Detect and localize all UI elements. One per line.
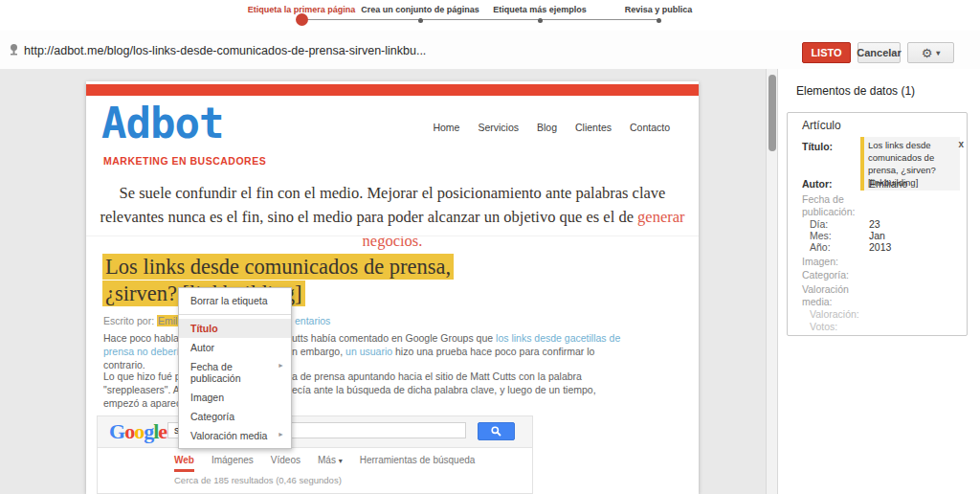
- google-result-tabs: Web Imágenes Vídeos Más ▾ Herramientas d…: [174, 455, 475, 472]
- search-icon: [491, 426, 501, 437]
- google-tab-web: Web: [174, 455, 194, 472]
- nav-item-clientes[interactable]: Clientes: [575, 122, 612, 133]
- google-logo-letter: e: [158, 419, 167, 443]
- paragraph2-line1-right[interactable]: a de prensa apuntando hacia el sitio de …: [292, 370, 582, 382]
- data-highlighter-app: Etiqueta la primera página Crea un conju…: [0, 0, 980, 494]
- paragraph1-line2-right[interactable]: n embargo, un usuario hizo una prueba ha…: [292, 346, 594, 357]
- google-logo: Google: [109, 419, 167, 444]
- chevron-down-icon: ▾: [339, 457, 343, 465]
- field-value-mes: Jan: [869, 230, 885, 241]
- google-logo-letter: o: [124, 419, 134, 443]
- field-label-imagen: Imagen:: [802, 256, 838, 267]
- menu-item-valoracion-media[interactable]: Valoración media►: [179, 426, 291, 445]
- menu-item-label: Fecha de publicación: [190, 361, 241, 384]
- menu-item-imagen[interactable]: Imagen: [179, 388, 291, 407]
- google-tab-herramientas: Herramientas de búsqueda: [360, 455, 476, 472]
- site-tagline: MARKETING EN BUSCADORES: [103, 155, 266, 167]
- paragraph1-line1-right[interactable]: utts había comentado en Google Groups qu…: [292, 332, 620, 344]
- field-value-autor: Emiliano: [869, 178, 907, 190]
- stepper-step-3-dot: [538, 18, 543, 23]
- menu-item-borrar-etiqueta[interactable]: Borrar la etiqueta: [179, 291, 291, 310]
- menu-divider: [179, 314, 291, 315]
- stepper-step-2-dot: [418, 18, 423, 23]
- google-logo-letter: G: [109, 419, 124, 443]
- field-value-dia: 23: [869, 218, 880, 230]
- google-tab-mas-label: Más: [318, 455, 336, 465]
- settings-button[interactable]: ⚙ ▾: [907, 42, 954, 63]
- menu-item-autor[interactable]: Autor: [179, 338, 291, 357]
- paragraph1-text3: hizo una prueba hace poco para confirmar…: [392, 346, 594, 357]
- nav-item-home[interactable]: Home: [433, 122, 459, 133]
- scrollbar-thumb[interactable]: [768, 75, 776, 151]
- stepper-step-4-label: Revisa y publica: [572, 5, 745, 14]
- data-items-panel: Elementos de datos (1) Artículo Título: …: [778, 69, 980, 494]
- field-label-dia: Día:: [810, 218, 828, 230]
- field-label-valoracion-sub: Valoración:: [810, 308, 859, 320]
- article-data-card: Artículo Título: Los links desde comunic…: [787, 112, 968, 336]
- section-divider: [86, 236, 699, 236]
- site-nav: Home Servicios Blog Clientes Contacto: [433, 122, 670, 133]
- menu-item-label: Valoración media: [190, 430, 267, 441]
- nav-item-servicios[interactable]: Servicios: [478, 122, 519, 133]
- menu-item-categoria[interactable]: Categoría: [179, 407, 291, 426]
- intro-paragraph[interactable]: Se suele confundir el fin con el medio. …: [98, 181, 687, 253]
- tagging-context-menu: Borrar la etiqueta Título Autor Fecha de…: [178, 287, 292, 449]
- google-results-count: Cerca de 185 resultados (0,46 segundos): [174, 475, 342, 485]
- field-value-ano: 2013: [869, 241, 891, 253]
- page-top-bar: [86, 84, 699, 96]
- intro-text: Se suele confundir el fin con el medio. …: [100, 184, 665, 226]
- nav-item-blog[interactable]: Blog: [537, 122, 557, 133]
- menu-item-fecha-publicacion[interactable]: Fecha de publicación►: [179, 357, 291, 388]
- submenu-arrow-icon: ►: [278, 431, 284, 438]
- cancel-button[interactable]: Cancelar: [858, 42, 901, 63]
- url-toolbar: http://adbot.me/blog/los-links-desde-com…: [0, 31, 980, 70]
- paragraph1-link2: un usuario: [345, 346, 392, 357]
- field-label-fecha-1: Fecha de: [802, 193, 844, 205]
- field-label-mes: Mes:: [810, 230, 832, 241]
- google-tab-mas: Más ▾: [318, 455, 343, 472]
- stepper-step-4-dot: [657, 18, 661, 23]
- site-logo[interactable]: Adbot: [101, 102, 223, 145]
- field-label-titulo: Título:: [802, 141, 833, 152]
- menu-item-titulo[interactable]: Título: [179, 319, 291, 338]
- chevron-down-icon: ▾: [936, 49, 940, 57]
- google-logo-letter: o: [134, 419, 144, 443]
- panel-title: Elementos de datos (1): [796, 84, 915, 98]
- wizard-stepper: Etiqueta la primera página Crea un conju…: [0, 0, 980, 32]
- byline-prefix: Escrito por:: [103, 315, 157, 326]
- paragraph1-link: los links desde gacetillas de: [496, 332, 620, 344]
- byline-comments-link[interactable]: entarios: [295, 315, 330, 326]
- field-label-fecha-2: publicación:: [802, 206, 855, 217]
- stepper-step-1-dot: [296, 13, 308, 26]
- field-label-ano: Año:: [810, 241, 831, 253]
- article-title-highlighted[interactable]: Los links desde comunicados de prensa, ¿…: [102, 254, 504, 307]
- google-search-screenshot[interactable]: Google sreppleasers Web Imágenes Vídeos …: [97, 415, 533, 494]
- google-tab-imagenes: Imágenes: [212, 455, 254, 472]
- remove-title-tag-button[interactable]: x: [958, 139, 964, 149]
- field-label-votos: Votos:: [810, 321, 837, 332]
- vertical-scrollbar: [766, 69, 778, 494]
- field-label-categoria: Categoría:: [802, 269, 849, 281]
- field-label-autor: Autor:: [802, 178, 833, 190]
- paragraph1-text2: n embargo,: [292, 346, 345, 357]
- gear-icon: ⚙: [922, 46, 933, 60]
- google-logo-letter: g: [144, 419, 153, 443]
- google-search-button: [478, 422, 515, 440]
- done-button[interactable]: LISTO: [802, 42, 851, 63]
- paragraph2-line2-right[interactable]: ecía ante la búsqueda de dicha palabra c…: [292, 384, 596, 395]
- field-label-valoracion-1: Valoración: [802, 283, 849, 295]
- main-content: Adbot MARKETING EN BUSCADORES Home Servi…: [0, 69, 980, 494]
- card-title: Artículo: [802, 119, 841, 132]
- nav-item-contacto[interactable]: Contacto: [630, 122, 670, 133]
- stepper-line: [301, 19, 658, 20]
- google-tab-videos: Vídeos: [271, 455, 301, 472]
- submenu-arrow-icon: ►: [278, 362, 284, 369]
- google-search-header: Google sreppleasers: [98, 416, 532, 448]
- tagged-page-url: http://adbot.me/blog/los-links-desde-com…: [24, 44, 426, 57]
- paragraph1-text: utts había comentado en Google Groups qu…: [292, 332, 496, 344]
- field-label-valoracion-2: media:: [802, 296, 833, 307]
- paragraph1-line3[interactable]: contrario.: [103, 359, 145, 370]
- tree-icon: [8, 43, 20, 56]
